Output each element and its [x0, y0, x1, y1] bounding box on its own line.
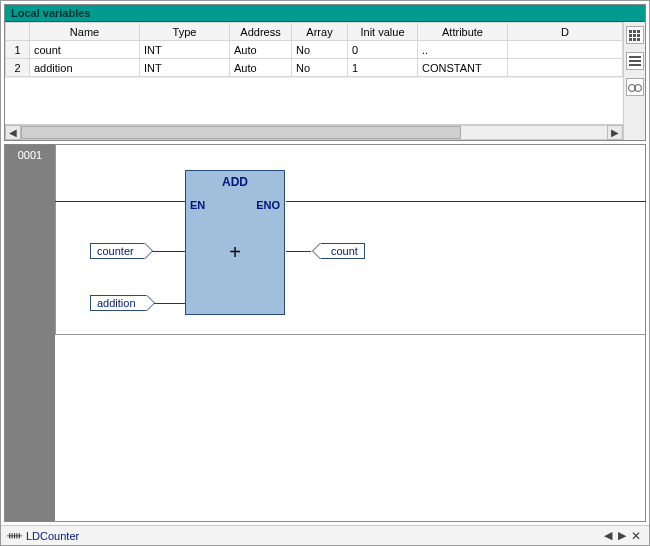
eno-wire: [286, 201, 646, 202]
output-wire: [286, 251, 311, 252]
cell-name[interactable]: addition: [30, 59, 140, 77]
cell-name[interactable]: count: [30, 41, 140, 59]
list-view-button[interactable]: [626, 52, 644, 70]
prev-tab-button[interactable]: ◀: [601, 529, 615, 542]
block-title: ADD: [186, 171, 284, 189]
cell-attr[interactable]: CONSTANT: [418, 59, 508, 77]
left-power-rail: [55, 145, 56, 334]
scroll-left-button[interactable]: ◀: [5, 125, 21, 140]
col-array[interactable]: Array: [292, 23, 348, 41]
cell-last[interactable]: [508, 59, 623, 77]
side-toolbar: [623, 22, 645, 140]
cell-last[interactable]: [508, 41, 623, 59]
col-attr[interactable]: Attribute: [418, 23, 508, 41]
cell-array[interactable]: No: [292, 59, 348, 77]
editor-tab[interactable]: ᚔ LDCounter: [7, 529, 79, 542]
en-wire: [55, 201, 185, 202]
col-address[interactable]: Address: [230, 23, 292, 41]
rung-area[interactable]: ADD EN ENO + counter addition count: [55, 145, 645, 335]
col-type[interactable]: Type: [140, 23, 230, 41]
cell-array[interactable]: No: [292, 41, 348, 59]
cell-init[interactable]: 1: [348, 59, 418, 77]
grid-filler: [5, 77, 623, 124]
cell-type[interactable]: INT: [140, 59, 230, 77]
input-tag-counter[interactable]: counter: [90, 243, 145, 259]
cell-type[interactable]: INT: [140, 41, 230, 59]
col-name[interactable]: Name: [30, 23, 140, 41]
scroll-right-button[interactable]: ▶: [607, 125, 623, 140]
binoculars-icon: [628, 82, 642, 92]
plus-icon: +: [229, 241, 241, 264]
panel-title: Local variables: [5, 5, 645, 22]
add-function-block[interactable]: ADD EN ENO +: [185, 170, 285, 315]
list-icon: [629, 56, 641, 66]
table-row[interactable]: 1 count INT Auto No 0 ..: [6, 41, 623, 59]
cell-attr[interactable]: ..: [418, 41, 508, 59]
output-tag-count[interactable]: count: [320, 243, 365, 259]
local-variables-panel: Local variables Name Type Address: [4, 4, 646, 141]
close-icon: ✕: [631, 529, 641, 543]
ladder-icon: ᚔ: [7, 529, 22, 542]
cell-address[interactable]: Auto: [230, 59, 292, 77]
chevron-right-icon: ▶: [611, 127, 619, 138]
chevron-left-icon: ◀: [9, 127, 17, 138]
cell-init[interactable]: 0: [348, 41, 418, 59]
tab-label: LDCounter: [26, 530, 79, 542]
triangle-right-icon: ▶: [618, 529, 626, 541]
rung-gutter: 0001: [5, 145, 55, 521]
status-bar: ᚔ LDCounter ◀ ▶ ✕: [1, 525, 649, 545]
triangle-left-icon: ◀: [604, 529, 612, 541]
rung-number[interactable]: 0001: [5, 145, 55, 335]
diagram-canvas[interactable]: ADD EN ENO + counter addition count: [55, 145, 645, 521]
find-button[interactable]: [626, 78, 644, 96]
ladder-diagram-panel: 0001 ADD EN ENO + counter addition count: [4, 144, 646, 522]
en-port-label: EN: [190, 199, 205, 211]
input-tag-addition[interactable]: addition: [90, 295, 147, 311]
col-rownum[interactable]: [6, 23, 30, 41]
grid-view-button[interactable]: [626, 26, 644, 44]
scroll-track[interactable]: [21, 125, 607, 140]
variables-table[interactable]: Name Type Address Array Init value Attri…: [5, 22, 623, 77]
app-root: Local variables Name Type Address: [0, 0, 650, 546]
horizontal-scrollbar[interactable]: ◀ ▶: [5, 124, 623, 140]
table-row[interactable]: 2 addition INT Auto No 1 CONSTANT: [6, 59, 623, 77]
table-header-row: Name Type Address Array Init value Attri…: [6, 23, 623, 41]
eno-port-label: ENO: [256, 199, 280, 211]
row-number[interactable]: 1: [6, 41, 30, 59]
col-last[interactable]: D: [508, 23, 623, 41]
next-tab-button[interactable]: ▶: [615, 529, 629, 542]
grid-icon: [629, 30, 640, 41]
close-tab-button[interactable]: ✕: [629, 529, 643, 543]
col-init[interactable]: Init value: [348, 23, 418, 41]
panel-body: Name Type Address Array Init value Attri…: [5, 22, 645, 140]
row-number[interactable]: 2: [6, 59, 30, 77]
scroll-thumb[interactable]: [21, 126, 461, 139]
cell-address[interactable]: Auto: [230, 41, 292, 59]
variables-grid-wrap: Name Type Address Array Init value Attri…: [5, 22, 623, 140]
